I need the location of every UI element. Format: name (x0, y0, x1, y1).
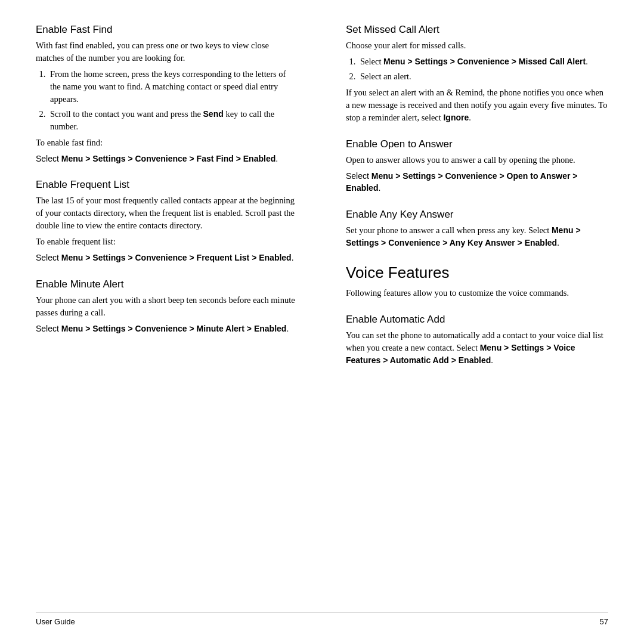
fast-find-enable-label: To enable fast find: (36, 137, 298, 149)
section-enable-fast-find: Enable Fast Find With fast find enabled,… (36, 24, 298, 165)
right-column: Set Missed Call Alert Choose your alert … (334, 24, 608, 606)
page: Enable Fast Find With fast find enabled,… (0, 0, 644, 644)
automatic-add-intro: You can set the phone to automatically a… (346, 329, 608, 367)
minute-alert-cmd-bold: Menu > Settings > Convenience > Minute A… (61, 324, 287, 333)
fast-find-step-1: From the home screen, press the keys cor… (48, 68, 298, 106)
section-title-fast-find: Enable Fast Find (36, 24, 298, 36)
section-title-voice-features: Voice Features (346, 264, 608, 282)
content-area: Enable Fast Find With fast find enabled,… (36, 24, 608, 606)
footer-left: User Guide (36, 617, 75, 626)
frequent-list-cmd-bold: Menu > Settings > Convenience > Frequent… (61, 253, 292, 262)
section-title-any-key-answer: Enable Any Key Answer (346, 209, 608, 221)
fast-find-intro: With fast find enabled, you can press on… (36, 39, 298, 64)
missed-call-steps: Select Menu > Settings > Convenience > M… (358, 55, 608, 83)
section-title-missed-call: Set Missed Call Alert (346, 24, 608, 36)
fast-find-steps: From the home screen, press the keys cor… (48, 68, 298, 133)
open-to-answer-intro: Open to answer allows you to answer a ca… (346, 154, 608, 166)
open-to-answer-cmd-bold: Menu > Settings > Convenience > Open to … (346, 171, 578, 193)
frequent-list-intro: The last 15 of your most frequently call… (36, 194, 298, 232)
missed-call-step1-bold: Menu > Settings > Convenience > Missed C… (383, 57, 586, 66)
automatic-add-cmd-bold: Menu > Settings > Voice Features > Autom… (346, 343, 575, 365)
missed-call-ignore-bold: Ignore (443, 113, 469, 122)
section-any-key-answer: Enable Any Key Answer Set your phone to … (346, 209, 608, 249)
frequent-list-enable-label: To enable frequent list: (36, 236, 298, 248)
missed-call-intro: Choose your alert for missed calls. (346, 39, 608, 52)
missed-call-followup: If you select an alert with an & Remind,… (346, 86, 608, 124)
fast-find-step-2: Scroll to the contact you want and press… (48, 108, 298, 133)
footer-right: 57 (600, 617, 608, 626)
left-column: Enable Fast Find With fast find enabled,… (36, 24, 310, 606)
open-to-answer-cmd: Select Menu > Settings > Convenience > O… (346, 170, 608, 194)
section-frequent-list: Enable Frequent List The last 15 of your… (36, 179, 298, 264)
section-open-to-answer: Enable Open to Answer Open to answer all… (346, 138, 608, 194)
missed-call-step-1: Select Menu > Settings > Convenience > M… (358, 55, 608, 68)
fast-find-cmd-bold: Menu > Settings > Convenience > Fast Fin… (61, 154, 275, 163)
section-missed-call-alert: Set Missed Call Alert Choose your alert … (346, 24, 608, 124)
section-title-minute-alert: Enable Minute Alert (36, 278, 298, 290)
any-key-answer-cmd-bold: Menu > Settings > Convenience > Any Key … (346, 225, 581, 247)
minute-alert-cmd: Select Menu > Settings > Convenience > M… (36, 323, 298, 335)
missed-call-step-2: Select an alert. (358, 70, 608, 83)
section-automatic-add: Enable Automatic Add You can set the pho… (346, 314, 608, 367)
frequent-list-cmd: Select Menu > Settings > Convenience > F… (36, 252, 298, 264)
section-title-frequent-list: Enable Frequent List (36, 179, 298, 191)
any-key-answer-intro: Set your phone to answer a call when pre… (346, 224, 608, 249)
fast-find-send-bold: Send (203, 109, 224, 119)
section-voice-features: Voice Features Following features allow … (346, 264, 608, 299)
voice-features-intro: Following features allow you to customiz… (346, 287, 608, 299)
footer: User Guide 57 (36, 612, 608, 626)
section-title-open-to-answer: Enable Open to Answer (346, 138, 608, 150)
section-minute-alert: Enable Minute Alert Your phone can alert… (36, 278, 298, 335)
minute-alert-intro: Your phone can alert you with a short be… (36, 294, 298, 319)
section-title-automatic-add: Enable Automatic Add (346, 314, 608, 326)
fast-find-cmd: Select Menu > Settings > Convenience > F… (36, 153, 298, 165)
